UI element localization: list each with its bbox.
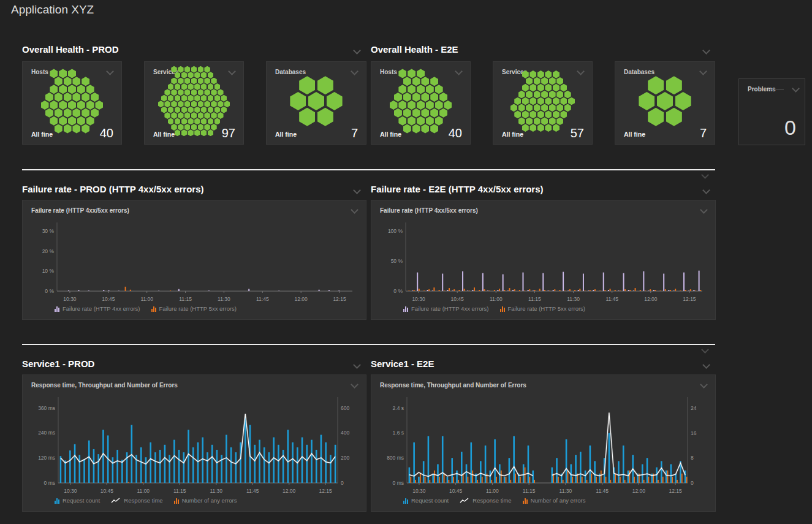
hexagon [191, 101, 197, 107]
svg-text:10:45: 10:45 [451, 296, 465, 302]
chevron-down-icon[interactable] [701, 346, 709, 354]
legend-item[interactable]: Response time [111, 497, 162, 504]
hexagon [181, 129, 188, 136]
chevron-down-icon[interactable] [700, 206, 708, 214]
health-tile-hosts-prod[interactable]: Hosts All fine 40 [22, 61, 122, 145]
svg-text:0 %: 0 % [393, 288, 403, 294]
hexagon [556, 77, 563, 85]
hexagon [553, 124, 560, 132]
legend-item[interactable]: Number of any errors [523, 497, 586, 504]
hexagon [541, 77, 548, 85]
hexagon [64, 93, 72, 102]
hexagon [64, 124, 72, 134]
hexagon [208, 129, 214, 136]
legend-item[interactable]: Number of any errors [174, 497, 237, 504]
hexagon [564, 104, 571, 112]
hexagon [201, 72, 207, 78]
legend-item[interactable]: Request count [403, 497, 449, 504]
chevron-down-icon[interactable] [351, 206, 359, 214]
legend-item[interactable]: Failure rate (HTTP 5xx errors) [151, 305, 237, 312]
entity-count: 57 [571, 126, 584, 140]
hexagon [666, 108, 682, 126]
failure-rate-prod-tile[interactable]: Failure rate (HTTP 4xx/5xx errors) 0 %10… [22, 200, 366, 320]
hexagon [408, 101, 415, 110]
hexagon [218, 112, 224, 119]
chevron-down-icon[interactable] [702, 186, 710, 194]
legend-label: Failure rate (HTTP 4xx errors) [63, 305, 140, 312]
chevron-down-icon[interactable] [353, 47, 361, 55]
hexagon [417, 69, 425, 78]
hexagon [556, 91, 563, 99]
service1-prod-tile[interactable]: Response time, Throughput and Number of … [22, 374, 366, 512]
health-tile-databases-prod[interactable]: Databases All fine 7 [266, 61, 366, 145]
hexagon [181, 83, 188, 90]
legend-item[interactable]: Failure rate (HTTP 5xx errors) [500, 305, 586, 312]
chevron-down-icon[interactable] [702, 47, 710, 55]
legend-item[interactable]: Failure rate (HTTP 4xx errors) [403, 305, 489, 312]
failure-rate-prod-chart[interactable]: 0 %10 %20 %30 %10:3010:4511:0011:1511:30… [26, 219, 361, 305]
problems-tile[interactable]: Problems 0 [738, 78, 805, 145]
hexagon [408, 85, 415, 94]
svg-text:11:30: 11:30 [218, 296, 230, 302]
honeycomb-services [145, 74, 243, 128]
service1-prod-chart[interactable]: 0 ms120 ms240 ms360 ms020040060010:3010:… [26, 393, 361, 496]
svg-text:12:00: 12:00 [632, 488, 646, 494]
hexagon [568, 97, 575, 105]
hexagon [59, 116, 67, 126]
service1-e2e-tile[interactable]: Response time, Throughput and Number of … [371, 374, 716, 512]
hexagon [526, 117, 533, 125]
health-tile-services-e2e[interactable]: Services All fine 57 [493, 61, 593, 145]
hexagon [648, 108, 664, 126]
hexagon [518, 117, 525, 125]
hexagon [191, 89, 197, 96]
legend-label: Number of any errors [182, 497, 237, 504]
hexagon [317, 76, 333, 94]
hexagon [537, 124, 544, 132]
hexagon [549, 77, 556, 85]
svg-text:600: 600 [341, 405, 349, 411]
section-header-health-prod: Overall Health - PROD [22, 44, 119, 55]
svg-text:12:00: 12:00 [295, 296, 308, 302]
svg-text:8: 8 [691, 455, 694, 461]
legend-item[interactable]: Response time [460, 497, 511, 504]
svg-text:10:30: 10:30 [412, 488, 426, 494]
chart-legend: Request countResponse timeNumber of any … [403, 497, 585, 504]
chevron-down-icon[interactable] [353, 186, 361, 194]
hexagon [308, 92, 324, 110]
health-tile-services-prod[interactable]: Services All fine 97 [144, 61, 244, 145]
hexagon [181, 72, 188, 78]
hexagon [208, 72, 214, 78]
svg-text:11:30: 11:30 [210, 488, 222, 494]
status-label: All fine [153, 131, 175, 138]
legend-item[interactable]: Failure rate (HTTP 4xx errors) [55, 305, 140, 312]
chevron-down-icon[interactable] [351, 381, 359, 389]
chevron-down-icon[interactable] [792, 85, 800, 93]
health-tile-databases-e2e[interactable]: Databases All fine 7 [615, 61, 715, 145]
hexagon [168, 118, 174, 124]
section-header-failure-e2e: Failure rate - E2E (HTTP 4xx/5xx errors) [371, 184, 544, 194]
failure-rate-e2e-chart[interactable]: 0 %50 %100 %10:3010:4511:0011:1511:3011:… [375, 219, 711, 305]
hexagon [398, 101, 406, 110]
hexagon [204, 124, 210, 131]
hexagon [204, 112, 210, 119]
hexagon [327, 92, 343, 110]
legend-item[interactable]: Request count [55, 497, 100, 504]
section-divider [22, 344, 715, 345]
chevron-down-icon[interactable] [353, 361, 361, 369]
hexagon [64, 108, 72, 118]
hexagon [82, 124, 89, 134]
hexagon [214, 95, 221, 102]
chevron-down-icon[interactable] [702, 361, 710, 369]
health-tile-hosts-e2e[interactable]: Hosts All fine 40 [371, 61, 471, 145]
service1-e2e-chart[interactable]: 0 ms800 ms1.6 s2.4 s08162410:3010:4511:0… [375, 393, 711, 496]
hexagon [534, 91, 541, 99]
hexagon [59, 69, 67, 78]
chevron-down-icon[interactable] [700, 381, 708, 389]
hexagon [553, 97, 560, 105]
hexagon [430, 124, 438, 134]
hexagon [175, 95, 181, 102]
hexagon [198, 89, 204, 96]
failure-rate-e2e-tile[interactable]: Failure rate (HTTP 4xx/5xx errors) 0 %50… [371, 200, 716, 320]
chevron-down-icon[interactable] [701, 171, 709, 179]
hexagon [398, 116, 406, 126]
